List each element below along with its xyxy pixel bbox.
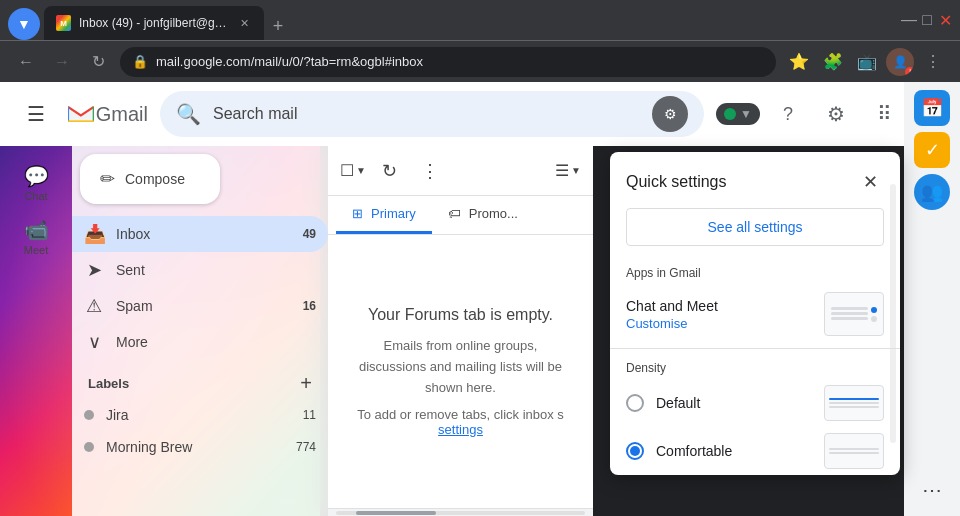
meet-nav-button[interactable]: 📹 Meet	[8, 212, 64, 262]
quick-settings-panel: Quick settings ✕ See all settings Apps i…	[610, 152, 900, 475]
status-dropdown[interactable]: ▼	[716, 103, 760, 125]
see-all-settings-button[interactable]: See all settings	[626, 208, 884, 246]
email-tabs: ⊞ Primary 🏷 Promo...	[328, 196, 593, 235]
forward-button[interactable]: →	[48, 48, 76, 76]
default-density-row[interactable]: Default	[610, 379, 900, 427]
tasks-app-icon[interactable]: ✓	[914, 146, 950, 168]
comfortable-density-row[interactable]: Comfortable	[610, 427, 900, 475]
search-bar[interactable]: 🔍 Search mail ⚙	[160, 91, 704, 137]
comfortable-density-preview	[824, 433, 884, 469]
nav-drawer: ✏ Compose 📥 Inbox 49 ➤ Sent ⚠ Spam	[72, 146, 328, 516]
bookmark-button[interactable]: ⭐	[784, 47, 814, 77]
chat-label: Chat	[24, 190, 47, 202]
quick-settings-title: Quick settings	[626, 173, 726, 191]
preview-content	[831, 307, 877, 322]
back-button[interactable]: ←	[12, 48, 40, 76]
search-filter-button[interactable]: ⚙	[652, 96, 688, 132]
preview-lines	[831, 307, 868, 320]
more-apps-button[interactable]: ⋯	[914, 472, 950, 508]
status-indicator	[724, 108, 736, 120]
default-preview-line-3	[829, 406, 879, 408]
more-icon: ∨	[84, 331, 104, 353]
search-icon: 🔍	[176, 102, 201, 126]
maximize-button[interactable]: □	[920, 13, 934, 27]
contacts-app-icon[interactable]: 👥	[914, 174, 950, 210]
morning-brew-label-count: 774	[296, 440, 316, 454]
gmail-app: ☰ Gmail 🔍 Search mail ⚙	[0, 82, 960, 516]
default-density-label: Default	[656, 395, 812, 411]
comfortable-density-label: Comfortable	[656, 443, 812, 459]
sent-icon: ➤	[84, 259, 104, 281]
email-empty-state: Your Forums tab is empty. Emails from on…	[328, 235, 593, 508]
sent-label: Sent	[116, 262, 316, 278]
search-placeholder: Search mail	[213, 105, 640, 123]
divider	[610, 348, 900, 349]
gmail-logo: Gmail	[68, 100, 148, 128]
hamburger-menu-button[interactable]: ☰	[16, 94, 56, 134]
promotions-tab[interactable]: 🏷 Promo...	[432, 196, 534, 234]
cast-button[interactable]: 📺	[852, 47, 882, 77]
view-options: ☰ ▼	[555, 161, 581, 180]
gmail-logo-text: Gmail	[96, 103, 148, 126]
checkbox-icon: ☐	[340, 161, 354, 180]
compose-button[interactable]: ✏ Compose	[80, 154, 220, 204]
refresh-button[interactable]: ↻	[374, 155, 406, 187]
address-bar[interactable]: 🔒 mail.google.com/mail/u/0/?tab=rm&ogbl#…	[120, 47, 776, 77]
apps-button[interactable]: ⠿	[864, 94, 904, 134]
preview-line-1	[831, 307, 868, 310]
minimize-button[interactable]: —	[902, 13, 916, 27]
add-label-button[interactable]: +	[300, 372, 312, 395]
extension-button[interactable]: 🧩	[818, 47, 848, 77]
side-navigation: ✉ 49 Mail 💬 Chat 📹 Meet	[0, 146, 72, 516]
sent-nav-item[interactable]: ➤ Sent	[72, 252, 328, 288]
browser-toolbar-icons: ⭐ 🧩 📺 👤 ⋮	[784, 47, 948, 77]
profile-button[interactable]: 👤	[886, 48, 914, 76]
view-options-button[interactable]: ☰ ▼	[555, 161, 581, 180]
email-scrollbar[interactable]	[328, 508, 593, 516]
chrome-menu-button[interactable]: ⋮	[918, 47, 948, 77]
inbox-settings-link[interactable]: settings	[438, 422, 483, 437]
chat-nav-button[interactable]: 💬 Chat	[8, 158, 64, 208]
preview-dot-2	[871, 316, 877, 322]
spam-nav-item[interactable]: ⚠ Spam 16	[72, 288, 328, 324]
more-actions-button[interactable]: ⋮	[414, 155, 446, 187]
browser-toolbar: ← → ↻ 🔒 mail.google.com/mail/u/0/?tab=rm…	[0, 40, 960, 82]
email-list-panel: ☐ ▼ ↻ ⋮ ☰ ▼ ⊞ Primary	[328, 146, 593, 516]
account-switcher[interactable]: ▼	[8, 8, 40, 40]
customise-link[interactable]: Customise	[626, 316, 718, 331]
gmail-favicon: M	[56, 15, 71, 31]
chat-meet-info: Chat and Meet Customise	[626, 298, 718, 331]
apps-section-title: Apps in Gmail	[610, 258, 900, 284]
browser-tab-gmail[interactable]: M Inbox (49) - jonfgilbert@gmail... ✕	[44, 6, 264, 40]
chat-meet-label: Chat and Meet	[626, 298, 718, 314]
close-button[interactable]: ✕	[938, 13, 952, 27]
empty-state-title: Your Forums tab is empty.	[368, 306, 553, 324]
preview-line-2	[831, 312, 868, 315]
quick-settings-close-button[interactable]: ✕	[856, 168, 884, 196]
preview-line-3	[831, 317, 868, 320]
primary-tab[interactable]: ⊞ Primary	[336, 196, 432, 234]
primary-tab-label: Primary	[371, 206, 416, 221]
empty-state-cta: To add or remove tabs, click inbox s set…	[352, 407, 569, 437]
morning-brew-label-item[interactable]: Morning Brew 774	[72, 431, 328, 463]
right-panel-icons: 📅 ✓ 👥 ⋯	[904, 146, 960, 516]
primary-tab-icon: ⊞	[352, 206, 363, 221]
jira-label-item[interactable]: Jira 11	[72, 399, 328, 431]
new-tab-button[interactable]: +	[264, 12, 292, 40]
spam-icon: ⚠	[84, 295, 104, 317]
jira-label-name: Jira	[106, 407, 291, 423]
tab-title: Inbox (49) - jonfgilbert@gmail...	[79, 16, 229, 30]
tab-close-button[interactable]: ✕	[237, 15, 252, 31]
reload-button[interactable]: ↻	[84, 48, 112, 76]
select-all-button[interactable]: ☐ ▼	[340, 161, 366, 180]
promotions-tab-icon: 🏷	[448, 206, 461, 221]
quick-settings-header: Quick settings ✕	[610, 152, 900, 204]
settings-button[interactable]: ⚙	[816, 94, 856, 134]
app-body: ✉ 49 Mail 💬 Chat 📹 Meet ✏ Compo	[0, 146, 960, 516]
lock-icon: 🔒	[132, 54, 148, 69]
browser-titlebar: ▼ M Inbox (49) - jonfgilbert@gmail... ✕ …	[0, 0, 960, 40]
more-nav-item[interactable]: ∨ More	[72, 324, 328, 360]
help-button[interactable]: ?	[768, 94, 808, 134]
inbox-nav-item[interactable]: 📥 Inbox 49	[72, 216, 328, 252]
comfortable-preview-line-1	[829, 448, 879, 450]
